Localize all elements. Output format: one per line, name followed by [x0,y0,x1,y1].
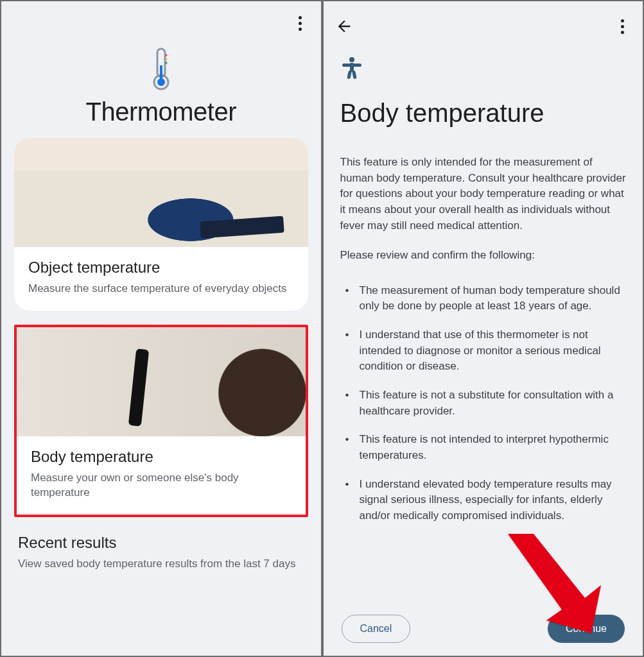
body-temperature-consent-screen: Body temperature This feature is only in… [322,0,645,657]
svg-rect-9 [342,64,361,67]
svg-point-5 [165,58,167,60]
thermometer-icon [146,47,177,91]
card-recent-results[interactable]: Recent results View saved body temperatu… [14,531,308,572]
card-image-object [14,138,308,247]
card-title: Recent results [18,534,304,552]
page-title: Thermometer [85,98,236,126]
review-prompt: Please review and confirm the following: [340,248,627,264]
term-item: This feature is not a substitute for con… [340,388,627,419]
card-title: Body temperature [31,448,292,466]
accessibility-icon [340,56,363,80]
overflow-menu-icon[interactable] [292,14,309,32]
card-desc: Measure your own or someone else's body … [31,471,292,500]
term-item: I understand that use of this thermomete… [340,327,627,375]
overflow-menu-icon[interactable] [613,17,631,35]
card-image-body [17,327,306,436]
card-body-temperature[interactable]: Body temperature Measure your own or som… [14,325,308,517]
intro-paragraph: This feature is only intended for the me… [340,155,627,234]
card-desc: Measure the surface temperature of every… [28,282,294,296]
term-item: This feature is not intended to interpre… [340,432,627,463]
button-row: Cancel Continue [340,593,627,656]
thermometer-home-screen: Thermometer Object temperature Measure t… [0,0,322,657]
card-title: Object temperature [28,259,294,277]
top-bar [324,1,643,37]
page-title: Body temperature [340,99,627,128]
terms-list: The measurement of human body temperatur… [340,283,627,524]
term-item: I understand elevated body temperature r… [340,477,627,524]
svg-point-7 [349,57,354,62]
svg-rect-3 [160,65,162,80]
term-item: The measurement of human body temperatur… [340,283,627,314]
svg-rect-10 [347,71,352,80]
top-bar [1,1,321,35]
card-list: Object temperature Measure the surface t… [1,138,321,572]
cancel-button[interactable]: Cancel [342,615,411,643]
back-arrow-icon[interactable] [335,17,353,35]
hero-header: Thermometer [1,35,321,138]
svg-point-4 [165,54,167,56]
card-desc: View saved body temperature results from… [18,557,304,572]
card-object-temperature[interactable]: Object temperature Measure the surface t… [14,138,308,311]
svg-point-6 [165,62,167,64]
svg-rect-11 [352,71,357,80]
continue-button[interactable]: Continue [548,615,625,643]
